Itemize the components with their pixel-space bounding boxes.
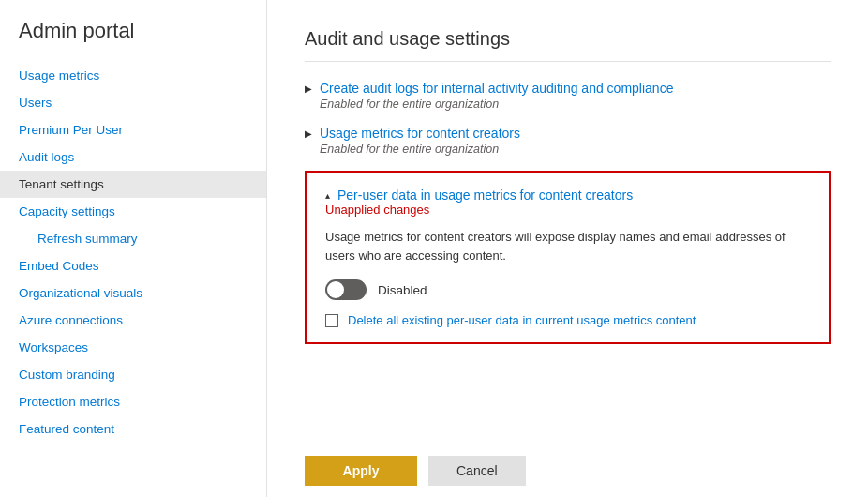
setting-row-usage-metrics-creators: ▶Usage metrics for content creatorsEnabl… xyxy=(305,126,831,156)
checkbox-label[interactable]: Delete all existing per-user data in cur… xyxy=(348,313,696,327)
sidebar-item-refresh-summary[interactable]: Refresh summary xyxy=(0,225,266,252)
sidebar-item-featured-content[interactable]: Featured content xyxy=(0,415,266,443)
delete-checkbox[interactable] xyxy=(325,314,338,327)
app-title: Admin portal xyxy=(0,19,266,62)
expand-arrow-icon[interactable]: ▶ xyxy=(305,128,312,139)
setting-title-usage-metrics-creators[interactable]: Usage metrics for content creators xyxy=(320,126,831,141)
apply-button[interactable]: Apply xyxy=(305,456,417,486)
sidebar-item-embed-codes[interactable]: Embed Codes xyxy=(0,252,266,279)
setting-content-usage-metrics-creators: Usage metrics for content creatorsEnable… xyxy=(320,126,831,156)
sidebar-item-capacity-settings[interactable]: Capacity settings xyxy=(0,198,266,225)
setting-row-audit-logs-setting: ▶Create audit logs for internal activity… xyxy=(305,81,831,111)
section-title: Audit and usage settings xyxy=(305,28,831,62)
setting-subtitle-audit-logs-setting: Enabled for the entire organization xyxy=(320,98,831,111)
setting-subtitle-usage-metrics-creators: Enabled for the entire organization xyxy=(320,143,831,156)
bottom-bar: Apply Cancel xyxy=(267,444,868,497)
toggle-row: Disabled xyxy=(325,279,810,300)
setting-content-audit-logs-setting: Create audit logs for internal activity … xyxy=(320,81,831,111)
toggle-knob xyxy=(327,281,344,298)
cancel-button[interactable]: Cancel xyxy=(428,456,526,486)
sidebar-item-protection-metrics[interactable]: Protection metrics xyxy=(0,388,266,415)
sidebar-item-azure-connections[interactable]: Azure connections xyxy=(0,307,266,334)
sidebar-item-workspaces[interactable]: Workspaces xyxy=(0,334,266,361)
unapplied-changes-label: Unapplied changes xyxy=(325,203,810,217)
collapse-arrow-icon[interactable]: ▴ xyxy=(325,190,330,201)
expand-arrow-icon[interactable]: ▶ xyxy=(305,83,312,94)
highlighted-setting-row: ▴ Per-user data in usage metrics for con… xyxy=(325,188,810,203)
content-scroll: Audit and usage settings ▶Create audit l… xyxy=(267,0,868,444)
highlighted-setting-box: ▴ Per-user data in usage metrics for con… xyxy=(305,171,831,344)
sidebar: Admin portal Usage metricsUsersPremium P… xyxy=(0,0,267,497)
toggle-label: Disabled xyxy=(378,283,427,297)
checkbox-row: Delete all existing per-user data in cur… xyxy=(325,313,810,327)
sidebar-item-tenant-settings[interactable]: Tenant settings xyxy=(0,171,266,198)
sidebar-item-audit-logs[interactable]: Audit logs xyxy=(0,143,266,171)
setting-description: Usage metrics for content creators will … xyxy=(325,228,810,264)
content-area: Audit and usage settings ▶Create audit l… xyxy=(267,0,868,497)
sidebar-item-users[interactable]: Users xyxy=(0,89,266,116)
highlighted-setting-title[interactable]: Per-user data in usage metrics for conte… xyxy=(337,188,810,203)
sidebar-item-usage-metrics[interactable]: Usage metrics xyxy=(0,62,266,89)
sidebar-item-organizational-visuals[interactable]: Organizational visuals xyxy=(0,279,266,307)
sidebar-item-premium-per-user[interactable]: Premium Per User xyxy=(0,116,266,143)
sidebar-item-custom-branding[interactable]: Custom branding xyxy=(0,361,266,388)
setting-title-audit-logs-setting[interactable]: Create audit logs for internal activity … xyxy=(320,81,831,96)
disabled-toggle[interactable] xyxy=(325,279,367,300)
highlighted-setting-content: Per-user data in usage metrics for conte… xyxy=(337,188,810,203)
